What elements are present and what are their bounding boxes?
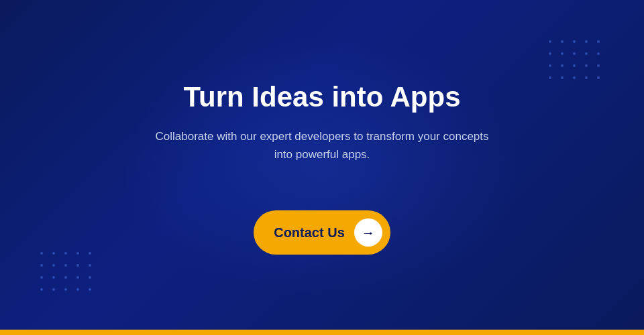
hero-title: Turn Ideas into Apps [183, 80, 460, 114]
contact-us-button[interactable]: Contact Us → [254, 210, 390, 255]
contact-us-label: Contact Us [274, 225, 345, 241]
hero-subtitle: Collaborate with our expert developers t… [154, 127, 490, 163]
arrow-icon: → [362, 225, 375, 241]
hero-section: Turn Ideas into Apps Collaborate with ou… [0, 0, 644, 335]
hero-content: Turn Ideas into Apps Collaborate with ou… [127, 80, 517, 255]
bottom-accent-bar [0, 330, 644, 335]
dots-decoration-top-right [549, 40, 604, 83]
dots-decoration-bottom-left [40, 252, 95, 295]
arrow-circle: → [354, 218, 382, 247]
